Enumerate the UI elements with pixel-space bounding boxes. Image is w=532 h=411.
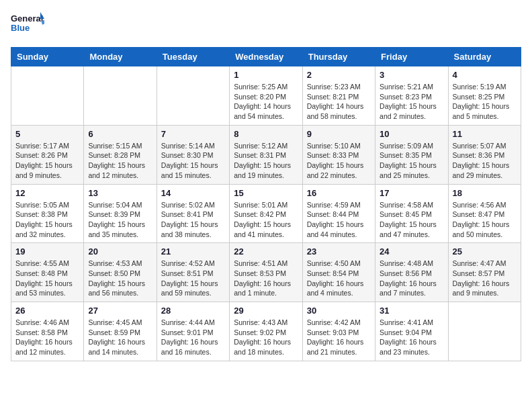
- day-info: Sunrise: 4:41 AM Sunset: 9:04 PM Dayligh…: [380, 318, 443, 357]
- calendar-cell: 14Sunrise: 5:02 AM Sunset: 8:41 PM Dayli…: [157, 184, 229, 243]
- day-info: Sunrise: 5:25 AM Sunset: 8:20 PM Dayligh…: [234, 82, 298, 122]
- calendar-cell: 22Sunrise: 4:51 AM Sunset: 8:53 PM Dayli…: [230, 243, 302, 302]
- day-number: 29: [234, 306, 298, 316]
- calendar-week-row: 1Sunrise: 5:25 AM Sunset: 8:20 PM Daylig…: [11, 66, 521, 126]
- day-number: 6: [88, 129, 152, 139]
- day-number: 3: [380, 70, 443, 80]
- day-number: 23: [307, 246, 371, 257]
- day-info: Sunrise: 4:47 AM Sunset: 8:57 PM Dayligh…: [453, 259, 517, 298]
- calendar-cell: 29Sunrise: 4:43 AM Sunset: 9:02 PM Dayli…: [230, 302, 302, 361]
- day-info: Sunrise: 4:53 AM Sunset: 8:50 PM Dayligh…: [88, 259, 152, 298]
- day-info: Sunrise: 4:58 AM Sunset: 8:45 PM Dayligh…: [380, 200, 443, 240]
- day-info: Sunrise: 5:09 AM Sunset: 8:35 PM Dayligh…: [380, 141, 443, 181]
- day-number: 26: [15, 306, 79, 316]
- day-number: 14: [161, 188, 225, 198]
- day-info: Sunrise: 4:51 AM Sunset: 8:53 PM Dayligh…: [234, 259, 298, 298]
- day-info: Sunrise: 4:50 AM Sunset: 8:54 PM Dayligh…: [307, 259, 371, 298]
- day-info: Sunrise: 5:05 AM Sunset: 8:38 PM Dayligh…: [15, 200, 79, 240]
- page-header: General Blue: [11, 11, 521, 39]
- column-header-monday: Monday: [84, 48, 157, 66]
- day-info: Sunrise: 5:21 AM Sunset: 8:23 PM Dayligh…: [380, 82, 443, 122]
- calendar-cell: 23Sunrise: 4:50 AM Sunset: 8:54 PM Dayli…: [302, 243, 375, 302]
- calendar-table: SundayMondayTuesdayWednesdayThursdayFrid…: [11, 47, 521, 361]
- logo-svg: General Blue: [11, 11, 44, 39]
- calendar-cell: 16Sunrise: 4:59 AM Sunset: 8:44 PM Dayli…: [302, 184, 375, 243]
- day-number: 17: [380, 188, 443, 198]
- day-number: 18: [453, 188, 517, 198]
- day-info: Sunrise: 5:10 AM Sunset: 8:33 PM Dayligh…: [307, 141, 371, 181]
- day-info: Sunrise: 4:45 AM Sunset: 8:59 PM Dayligh…: [88, 318, 152, 357]
- day-info: Sunrise: 5:07 AM Sunset: 8:36 PM Dayligh…: [453, 141, 517, 181]
- calendar-cell: [11, 66, 84, 126]
- calendar-cell: 11Sunrise: 5:07 AM Sunset: 8:36 PM Dayli…: [448, 125, 521, 184]
- calendar-cell: 19Sunrise: 4:55 AM Sunset: 8:48 PM Dayli…: [11, 243, 84, 302]
- calendar-cell: 2Sunrise: 5:23 AM Sunset: 8:21 PM Daylig…: [302, 66, 375, 126]
- day-info: Sunrise: 4:48 AM Sunset: 8:56 PM Dayligh…: [380, 259, 443, 298]
- calendar-cell: 8Sunrise: 5:12 AM Sunset: 8:31 PM Daylig…: [230, 125, 302, 184]
- day-info: Sunrise: 4:43 AM Sunset: 9:02 PM Dayligh…: [234, 318, 298, 357]
- svg-text:Blue: Blue: [11, 23, 30, 33]
- day-info: Sunrise: 4:59 AM Sunset: 8:44 PM Dayligh…: [307, 200, 371, 240]
- day-info: Sunrise: 5:15 AM Sunset: 8:28 PM Dayligh…: [88, 141, 152, 181]
- day-number: 25: [453, 246, 517, 257]
- calendar-week-row: 5Sunrise: 5:17 AM Sunset: 8:26 PM Daylig…: [11, 125, 521, 184]
- calendar-cell: 4Sunrise: 5:19 AM Sunset: 8:25 PM Daylig…: [448, 66, 521, 126]
- svg-text:General: General: [11, 13, 43, 24]
- day-number: 11: [453, 129, 517, 139]
- calendar-cell: 26Sunrise: 4:46 AM Sunset: 8:58 PM Dayli…: [11, 302, 84, 361]
- day-info: Sunrise: 4:44 AM Sunset: 9:01 PM Dayligh…: [161, 318, 225, 357]
- calendar-cell: 15Sunrise: 5:01 AM Sunset: 8:42 PM Dayli…: [230, 184, 302, 243]
- day-number: 21: [161, 246, 225, 257]
- column-header-sunday: Sunday: [11, 48, 84, 66]
- calendar-week-row: 12Sunrise: 5:05 AM Sunset: 8:38 PM Dayli…: [11, 184, 521, 243]
- calendar-cell: 1Sunrise: 5:25 AM Sunset: 8:20 PM Daylig…: [230, 66, 302, 126]
- day-info: Sunrise: 4:55 AM Sunset: 8:48 PM Dayligh…: [15, 259, 79, 298]
- calendar-cell: [448, 302, 521, 361]
- calendar-cell: 5Sunrise: 5:17 AM Sunset: 8:26 PM Daylig…: [11, 125, 84, 184]
- column-header-wednesday: Wednesday: [230, 48, 302, 66]
- calendar-cell: 20Sunrise: 4:53 AM Sunset: 8:50 PM Dayli…: [84, 243, 157, 302]
- day-number: 27: [88, 306, 152, 316]
- column-header-saturday: Saturday: [448, 48, 521, 66]
- day-number: 9: [307, 129, 371, 139]
- calendar-cell: [157, 66, 229, 126]
- calendar-cell: 17Sunrise: 4:58 AM Sunset: 8:45 PM Dayli…: [375, 184, 448, 243]
- calendar-cell: 12Sunrise: 5:05 AM Sunset: 8:38 PM Dayli…: [11, 184, 84, 243]
- day-info: Sunrise: 5:02 AM Sunset: 8:41 PM Dayligh…: [161, 200, 225, 240]
- column-header-tuesday: Tuesday: [157, 48, 229, 66]
- day-number: 8: [234, 129, 298, 139]
- calendar-cell: 18Sunrise: 4:56 AM Sunset: 8:47 PM Dayli…: [448, 184, 521, 243]
- day-number: 28: [161, 306, 225, 316]
- day-info: Sunrise: 4:46 AM Sunset: 8:58 PM Dayligh…: [15, 318, 79, 357]
- calendar-cell: 6Sunrise: 5:15 AM Sunset: 8:28 PM Daylig…: [84, 125, 157, 184]
- calendar-cell: 30Sunrise: 4:42 AM Sunset: 9:03 PM Dayli…: [302, 302, 375, 361]
- column-header-friday: Friday: [375, 48, 448, 66]
- calendar-cell: 7Sunrise: 5:14 AM Sunset: 8:30 PM Daylig…: [157, 125, 229, 184]
- day-number: 5: [15, 129, 79, 139]
- calendar-cell: 31Sunrise: 4:41 AM Sunset: 9:04 PM Dayli…: [375, 302, 448, 361]
- column-header-thursday: Thursday: [302, 48, 375, 66]
- day-number: 7: [161, 129, 225, 139]
- day-number: 12: [15, 188, 79, 198]
- day-info: Sunrise: 5:14 AM Sunset: 8:30 PM Dayligh…: [161, 141, 225, 181]
- day-number: 20: [88, 246, 152, 257]
- day-number: 31: [380, 306, 443, 316]
- day-info: Sunrise: 4:56 AM Sunset: 8:47 PM Dayligh…: [453, 200, 517, 240]
- day-info: Sunrise: 5:17 AM Sunset: 8:26 PM Dayligh…: [15, 141, 79, 181]
- day-number: 16: [307, 188, 371, 198]
- calendar-cell: 25Sunrise: 4:47 AM Sunset: 8:57 PM Dayli…: [448, 243, 521, 302]
- day-number: 2: [307, 70, 371, 80]
- calendar-cell: 13Sunrise: 5:04 AM Sunset: 8:39 PM Dayli…: [84, 184, 157, 243]
- day-info: Sunrise: 5:12 AM Sunset: 8:31 PM Dayligh…: [234, 141, 298, 181]
- day-info: Sunrise: 4:42 AM Sunset: 9:03 PM Dayligh…: [307, 318, 371, 357]
- day-info: Sunrise: 5:19 AM Sunset: 8:25 PM Dayligh…: [453, 82, 517, 122]
- logo: General Blue: [11, 11, 44, 39]
- day-info: Sunrise: 5:23 AM Sunset: 8:21 PM Dayligh…: [307, 82, 371, 122]
- calendar-cell: 9Sunrise: 5:10 AM Sunset: 8:33 PM Daylig…: [302, 125, 375, 184]
- calendar-cell: 3Sunrise: 5:21 AM Sunset: 8:23 PM Daylig…: [375, 66, 448, 126]
- day-number: 24: [380, 246, 443, 257]
- day-info: Sunrise: 4:52 AM Sunset: 8:51 PM Dayligh…: [161, 259, 225, 298]
- calendar-week-row: 19Sunrise: 4:55 AM Sunset: 8:48 PM Dayli…: [11, 243, 521, 302]
- calendar-cell: 28Sunrise: 4:44 AM Sunset: 9:01 PM Dayli…: [157, 302, 229, 361]
- calendar-cell: 24Sunrise: 4:48 AM Sunset: 8:56 PM Dayli…: [375, 243, 448, 302]
